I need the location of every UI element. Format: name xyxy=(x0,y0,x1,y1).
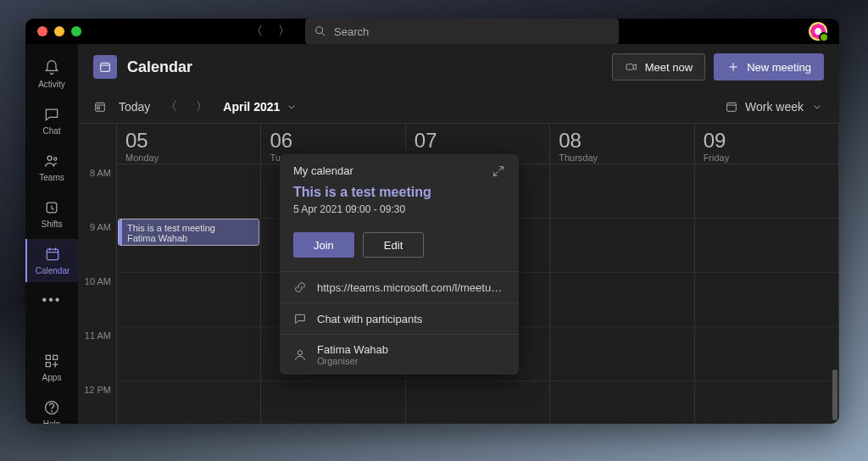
plus-icon xyxy=(726,60,740,74)
teams-icon xyxy=(43,153,60,169)
search-input[interactable]: Search xyxy=(305,19,619,44)
app-window: 〈 〉 Search Activity Chat Teams S xyxy=(25,19,839,424)
today-icon xyxy=(93,100,107,114)
search-placeholder: Search xyxy=(334,25,369,38)
svg-rect-16 xyxy=(626,64,633,70)
hour-label: 11 AM xyxy=(78,327,116,381)
hour-label: 10 AM xyxy=(78,273,116,327)
app-rail: Activity Chat Teams Shifts Calendar ••• xyxy=(25,44,78,424)
hour-label: 9 AM xyxy=(78,219,116,273)
event-organizer: Fatima Wahab xyxy=(127,233,253,243)
svg-rect-9 xyxy=(46,355,50,359)
svg-rect-21 xyxy=(97,107,100,109)
rail-activity[interactable]: Activity xyxy=(25,53,78,96)
svg-point-3 xyxy=(54,158,57,160)
day-column-fri[interactable]: 09Friday xyxy=(695,124,839,424)
chevron-down-icon xyxy=(285,100,298,114)
meeting-link: https://teams.microsoft.com/l/meetup-joi… xyxy=(317,281,505,294)
organizer-row: Fatima Wahab Organiser xyxy=(280,334,519,375)
join-button[interactable]: Join xyxy=(293,232,354,258)
page-title: Calendar xyxy=(127,58,192,76)
event-popover: My calendar This is a test meeting 5 Apr… xyxy=(280,154,519,375)
prev-week-icon[interactable]: 〈 xyxy=(162,96,181,118)
calendar-app-icon xyxy=(93,55,117,79)
link-icon xyxy=(293,280,307,294)
organizer-name: Fatima Wahab xyxy=(317,343,388,356)
window-controls xyxy=(37,26,81,36)
close-window-icon[interactable] xyxy=(37,26,47,36)
search-icon xyxy=(314,25,327,38)
video-icon xyxy=(625,60,638,74)
nav-arrows: 〈 〉 xyxy=(251,24,290,39)
ellipsis-icon: ••• xyxy=(42,292,62,308)
rail-shifts[interactable]: Shifts xyxy=(25,192,78,236)
day-column-mon[interactable]: 05Monday This is a test meeting Fatima W… xyxy=(117,124,261,424)
view-icon xyxy=(725,100,738,114)
expand-icon[interactable] xyxy=(492,164,505,178)
next-week-icon[interactable]: 〉 xyxy=(192,96,211,118)
help-icon xyxy=(43,399,60,416)
hour-label: 12 PM xyxy=(78,381,116,424)
chevron-down-icon xyxy=(810,100,824,114)
svg-point-0 xyxy=(316,27,323,34)
svg-line-1 xyxy=(322,33,325,36)
apps-icon xyxy=(43,353,60,369)
page-header: Calendar Meet now New meeting xyxy=(78,44,839,90)
meet-now-button[interactable]: Meet now xyxy=(612,53,705,81)
svg-rect-22 xyxy=(727,103,737,111)
rail-teams[interactable]: Teams xyxy=(25,146,78,189)
hour-label: 8 AM xyxy=(78,164,116,219)
back-icon[interactable]: 〈 xyxy=(251,24,263,39)
rail-calendar[interactable]: Calendar xyxy=(25,239,78,282)
rail-help[interactable]: Help xyxy=(25,392,78,424)
popover-calendar-name: My calendar xyxy=(293,164,353,178)
svg-rect-14 xyxy=(101,63,110,71)
organizer-role: Organiser xyxy=(317,356,388,366)
bell-icon xyxy=(43,59,60,76)
maximize-window-icon[interactable] xyxy=(71,26,81,36)
svg-rect-11 xyxy=(46,363,50,367)
popover-title: This is a test meeting xyxy=(293,185,431,200)
edit-button[interactable]: Edit xyxy=(363,232,424,258)
day-column-thu[interactable]: 08Thursday xyxy=(550,124,694,424)
chat-icon xyxy=(293,312,307,325)
svg-rect-10 xyxy=(53,355,58,359)
minimize-window-icon[interactable] xyxy=(54,26,64,36)
rail-chat[interactable]: Chat xyxy=(25,99,78,142)
svg-point-2 xyxy=(47,156,52,160)
rail-apps[interactable]: Apps xyxy=(25,346,78,389)
calendar-toolbar: Today 〈 〉 April 2021 Work week xyxy=(78,90,839,124)
time-column: 8 AM 9 AM 10 AM 11 AM 12 PM xyxy=(78,124,117,424)
month-picker[interactable]: April 2021 xyxy=(223,100,298,114)
scrollbar[interactable] xyxy=(832,369,837,420)
today-button[interactable]: Today xyxy=(119,100,150,114)
svg-point-24 xyxy=(298,350,302,354)
event-title: This is a test meeting xyxy=(127,223,253,233)
svg-point-13 xyxy=(52,411,53,412)
chat-icon xyxy=(43,106,60,123)
view-picker[interactable]: Work week xyxy=(725,100,824,114)
avatar[interactable] xyxy=(809,22,827,41)
svg-rect-5 xyxy=(47,249,58,260)
titlebar: 〈 〉 Search xyxy=(25,19,839,44)
clock-icon xyxy=(43,199,60,216)
popover-time: 5 Apr 2021 09:00 - 09:30 xyxy=(280,202,519,224)
chat-participants-row[interactable]: Chat with participants xyxy=(280,303,519,334)
person-icon xyxy=(293,348,307,362)
calendar-icon xyxy=(44,246,61,263)
forward-icon[interactable]: 〉 xyxy=(278,24,290,39)
rail-more[interactable]: ••• xyxy=(25,286,78,314)
calendar-event[interactable]: This is a test meeting Fatima Wahab xyxy=(119,219,259,245)
meeting-link-row[interactable]: https://teams.microsoft.com/l/meetup-joi… xyxy=(280,271,519,303)
new-meeting-button[interactable]: New meeting xyxy=(714,53,824,81)
